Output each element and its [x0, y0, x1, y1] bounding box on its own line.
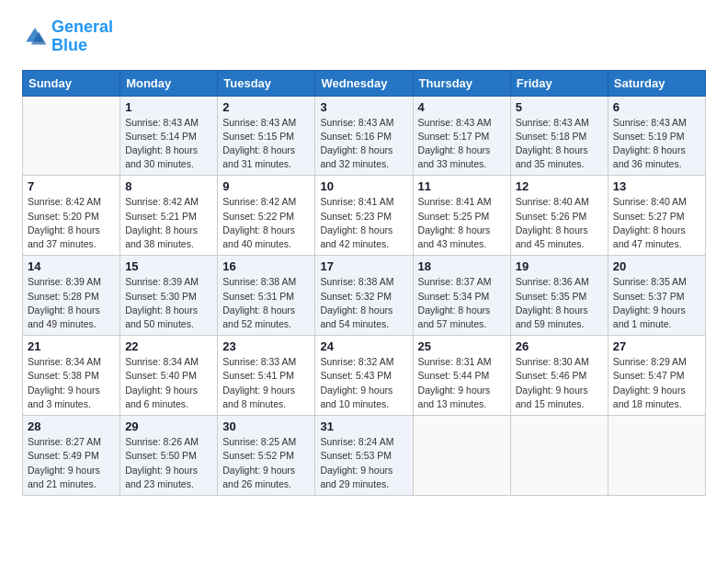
day-detail: Sunrise: 8:27 AM Sunset: 5:49 PM Dayligh…	[28, 435, 115, 491]
calendar-cell: 31Sunrise: 8:24 AM Sunset: 5:53 PM Dayli…	[315, 416, 413, 496]
day-detail: Sunrise: 8:42 AM Sunset: 5:22 PM Dayligh…	[222, 195, 310, 251]
day-detail: Sunrise: 8:39 AM Sunset: 5:30 PM Dayligh…	[125, 275, 212, 331]
day-detail: Sunrise: 8:34 AM Sunset: 5:38 PM Dayligh…	[28, 355, 115, 411]
day-number: 31	[320, 419, 407, 433]
day-number: 16	[222, 259, 310, 273]
calendar-cell: 12Sunrise: 8:40 AM Sunset: 5:26 PM Dayli…	[510, 176, 608, 256]
calendar-week-2: 7Sunrise: 8:42 AM Sunset: 5:20 PM Daylig…	[23, 176, 706, 256]
day-number: 15	[125, 259, 212, 273]
day-detail: Sunrise: 8:43 AM Sunset: 5:16 PM Dayligh…	[320, 116, 407, 172]
day-number: 29	[125, 419, 212, 433]
header: General Blue	[22, 18, 706, 55]
calendar-cell: 30Sunrise: 8:25 AM Sunset: 5:52 PM Dayli…	[218, 416, 315, 496]
column-header-monday: Monday	[120, 70, 218, 96]
day-number: 13	[613, 179, 700, 193]
calendar-cell: 21Sunrise: 8:34 AM Sunset: 5:38 PM Dayli…	[23, 336, 120, 416]
day-detail: Sunrise: 8:35 AM Sunset: 5:37 PM Dayligh…	[613, 275, 700, 331]
column-header-saturday: Saturday	[608, 70, 705, 96]
day-number: 24	[320, 339, 407, 353]
calendar-table: SundayMondayTuesdayWednesdayThursdayFrid…	[22, 70, 706, 496]
calendar-cell: 2Sunrise: 8:43 AM Sunset: 5:15 PM Daylig…	[218, 96, 315, 176]
calendar-cell: 7Sunrise: 8:42 AM Sunset: 5:20 PM Daylig…	[23, 176, 120, 256]
column-header-sunday: Sunday	[23, 70, 120, 96]
day-number: 25	[418, 339, 506, 353]
day-detail: Sunrise: 8:38 AM Sunset: 5:32 PM Dayligh…	[320, 275, 407, 331]
calendar-cell: 23Sunrise: 8:33 AM Sunset: 5:41 PM Dayli…	[218, 336, 315, 416]
day-detail: Sunrise: 8:38 AM Sunset: 5:31 PM Dayligh…	[222, 275, 310, 331]
day-number: 11	[418, 179, 506, 193]
calendar-body: 1Sunrise: 8:43 AM Sunset: 5:14 PM Daylig…	[23, 96, 706, 495]
day-detail: Sunrise: 8:41 AM Sunset: 5:23 PM Dayligh…	[320, 195, 407, 251]
calendar-cell: 17Sunrise: 8:38 AM Sunset: 5:32 PM Dayli…	[315, 256, 413, 336]
calendar-week-1: 1Sunrise: 8:43 AM Sunset: 5:14 PM Daylig…	[23, 96, 706, 176]
day-detail: Sunrise: 8:42 AM Sunset: 5:20 PM Dayligh…	[28, 195, 115, 251]
day-number: 1	[125, 100, 212, 114]
calendar-cell: 27Sunrise: 8:29 AM Sunset: 5:47 PM Dayli…	[608, 336, 705, 416]
day-detail: Sunrise: 8:29 AM Sunset: 5:47 PM Dayligh…	[613, 355, 700, 411]
day-detail: Sunrise: 8:40 AM Sunset: 5:27 PM Dayligh…	[613, 195, 700, 251]
day-detail: Sunrise: 8:25 AM Sunset: 5:52 PM Dayligh…	[222, 435, 310, 491]
calendar-cell: 28Sunrise: 8:27 AM Sunset: 5:49 PM Dayli…	[23, 416, 120, 496]
day-detail: Sunrise: 8:37 AM Sunset: 5:34 PM Dayligh…	[418, 275, 506, 331]
calendar-cell	[413, 416, 510, 496]
day-detail: Sunrise: 8:24 AM Sunset: 5:53 PM Dayligh…	[320, 435, 407, 491]
calendar-cell: 29Sunrise: 8:26 AM Sunset: 5:50 PM Dayli…	[120, 416, 218, 496]
calendar-cell: 8Sunrise: 8:42 AM Sunset: 5:21 PM Daylig…	[120, 176, 218, 256]
calendar-cell: 3Sunrise: 8:43 AM Sunset: 5:16 PM Daylig…	[315, 96, 413, 176]
calendar-cell	[23, 96, 120, 176]
calendar-cell	[608, 416, 705, 496]
day-number: 26	[516, 339, 603, 353]
calendar-cell: 26Sunrise: 8:30 AM Sunset: 5:46 PM Dayli…	[510, 336, 608, 416]
column-header-wednesday: Wednesday	[315, 70, 413, 96]
calendar-cell	[510, 416, 608, 496]
day-number: 17	[320, 259, 407, 273]
day-number: 2	[222, 100, 310, 114]
day-detail: Sunrise: 8:43 AM Sunset: 5:17 PM Dayligh…	[418, 116, 506, 172]
day-number: 20	[613, 259, 700, 273]
day-number: 8	[125, 179, 212, 193]
day-number: 12	[516, 179, 603, 193]
day-detail: Sunrise: 8:43 AM Sunset: 5:18 PM Dayligh…	[516, 116, 603, 172]
column-header-friday: Friday	[510, 70, 608, 96]
day-detail: Sunrise: 8:41 AM Sunset: 5:25 PM Dayligh…	[418, 195, 506, 251]
day-number: 9	[222, 179, 310, 193]
day-detail: Sunrise: 8:32 AM Sunset: 5:43 PM Dayligh…	[320, 355, 407, 411]
day-detail: Sunrise: 8:36 AM Sunset: 5:35 PM Dayligh…	[516, 275, 603, 331]
day-number: 21	[28, 339, 115, 353]
calendar-cell: 15Sunrise: 8:39 AM Sunset: 5:30 PM Dayli…	[120, 256, 218, 336]
logo: General Blue	[22, 18, 113, 55]
day-detail: Sunrise: 8:34 AM Sunset: 5:40 PM Dayligh…	[125, 355, 212, 411]
calendar-cell: 5Sunrise: 8:43 AM Sunset: 5:18 PM Daylig…	[510, 96, 608, 176]
calendar-cell: 9Sunrise: 8:42 AM Sunset: 5:22 PM Daylig…	[218, 176, 315, 256]
logo-text: General Blue	[51, 18, 113, 55]
day-number: 22	[125, 339, 212, 353]
day-number: 19	[516, 259, 603, 273]
calendar-cell: 13Sunrise: 8:40 AM Sunset: 5:27 PM Dayli…	[608, 176, 705, 256]
calendar-cell: 18Sunrise: 8:37 AM Sunset: 5:34 PM Dayli…	[413, 256, 510, 336]
day-number: 18	[418, 259, 506, 273]
calendar-cell: 16Sunrise: 8:38 AM Sunset: 5:31 PM Dayli…	[218, 256, 315, 336]
calendar-cell: 14Sunrise: 8:39 AM Sunset: 5:28 PM Dayli…	[23, 256, 120, 336]
day-number: 27	[613, 339, 700, 353]
calendar-week-3: 14Sunrise: 8:39 AM Sunset: 5:28 PM Dayli…	[23, 256, 706, 336]
calendar-cell: 19Sunrise: 8:36 AM Sunset: 5:35 PM Dayli…	[510, 256, 608, 336]
day-detail: Sunrise: 8:43 AM Sunset: 5:15 PM Dayligh…	[222, 116, 310, 172]
column-headers: SundayMondayTuesdayWednesdayThursdayFrid…	[23, 70, 706, 96]
calendar-cell: 1Sunrise: 8:43 AM Sunset: 5:14 PM Daylig…	[120, 96, 218, 176]
day-number: 7	[28, 179, 115, 193]
day-detail: Sunrise: 8:26 AM Sunset: 5:50 PM Dayligh…	[125, 435, 212, 491]
calendar-cell: 25Sunrise: 8:31 AM Sunset: 5:44 PM Dayli…	[413, 336, 510, 416]
column-header-thursday: Thursday	[413, 70, 510, 96]
day-number: 14	[28, 259, 115, 273]
day-detail: Sunrise: 8:43 AM Sunset: 5:19 PM Dayligh…	[613, 116, 700, 172]
day-number: 10	[320, 179, 407, 193]
calendar-week-5: 28Sunrise: 8:27 AM Sunset: 5:49 PM Dayli…	[23, 416, 706, 496]
calendar-cell: 4Sunrise: 8:43 AM Sunset: 5:17 PM Daylig…	[413, 96, 510, 176]
day-detail: Sunrise: 8:31 AM Sunset: 5:44 PM Dayligh…	[418, 355, 506, 411]
calendar-cell: 24Sunrise: 8:32 AM Sunset: 5:43 PM Dayli…	[315, 336, 413, 416]
day-detail: Sunrise: 8:30 AM Sunset: 5:46 PM Dayligh…	[516, 355, 603, 411]
day-number: 3	[320, 100, 407, 114]
column-header-tuesday: Tuesday	[218, 70, 315, 96]
calendar-cell: 11Sunrise: 8:41 AM Sunset: 5:25 PM Dayli…	[413, 176, 510, 256]
day-number: 23	[222, 339, 310, 353]
